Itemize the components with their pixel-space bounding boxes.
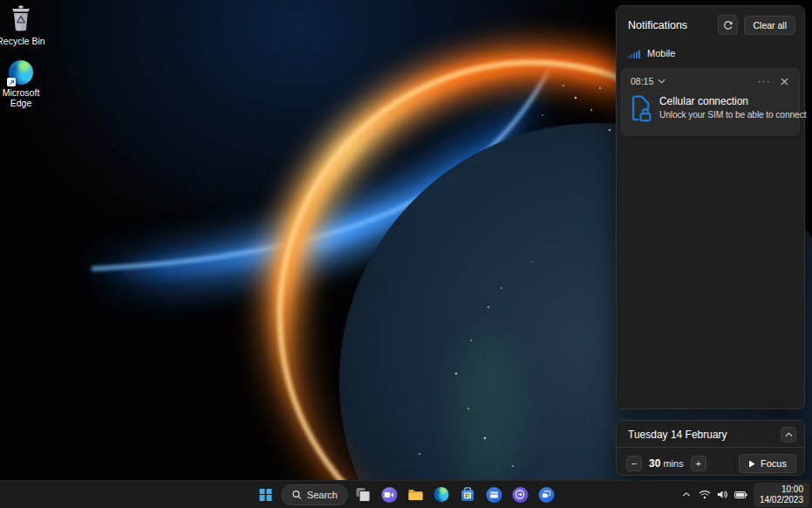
focus-decrease-button[interactable]: − xyxy=(626,456,642,471)
file-explorer-button[interactable] xyxy=(405,484,426,505)
focus-increase-button[interactable]: + xyxy=(691,456,706,471)
tray-time: 10:00 xyxy=(781,484,803,495)
taskbar: Search xyxy=(0,480,812,508)
calendar-collapse-button[interactable] xyxy=(781,427,796,443)
chat-video-icon xyxy=(381,487,397,503)
notifications-title: Notifications xyxy=(628,19,718,31)
system-tray: 10:00 14/02/2023 xyxy=(679,481,809,508)
notifications-header: Notifications Clear all xyxy=(617,6,804,42)
notification-time: 08:15 xyxy=(631,76,653,86)
windows-start-icon xyxy=(260,489,272,501)
notification-center-panel: Notifications Clear all Mobile 08:15 xyxy=(616,5,805,409)
play-icon xyxy=(748,460,755,468)
calendar-panel: Tuesday 14 February − 30 mins + Focus xyxy=(616,420,805,476)
tray-date: 14/02/2023 xyxy=(760,495,803,505)
recycle-bin-icon xyxy=(0,3,50,33)
edge-icon xyxy=(9,60,33,85)
notification-settings-icon xyxy=(723,20,734,31)
edge-button[interactable] xyxy=(431,484,453,505)
chevron-up-icon xyxy=(785,432,793,437)
desktop-icon-microsoft-edge[interactable]: Microsoft Edge xyxy=(0,55,50,108)
battery-button[interactable] xyxy=(734,486,749,504)
task-view-button[interactable] xyxy=(352,484,374,505)
focus-duration: 30 mins xyxy=(649,457,684,470)
focus-start-button[interactable]: Focus xyxy=(739,454,796,473)
network-button[interactable] xyxy=(697,486,713,504)
desktop-screen: Recycle Bin Microsoft Edge Notifications… xyxy=(0,0,812,508)
notification-body: Unlock your SIM to be able to connect xyxy=(659,110,795,120)
chevron-up-icon xyxy=(682,491,691,498)
calendar-date-label: Tuesday 14 February xyxy=(628,429,781,441)
pinned-app-button-1[interactable] xyxy=(483,484,505,505)
chevron-down-icon[interactable] xyxy=(658,79,665,84)
desktop-icon-label: Microsoft Edge xyxy=(0,87,50,108)
notification-title: Cellular connection xyxy=(659,95,795,107)
notification-card[interactable]: 08:15 ··· Cellular connection xyxy=(621,68,800,135)
battery-icon xyxy=(734,491,747,499)
clear-all-button[interactable]: Clear all xyxy=(744,16,795,35)
sim-lock-icon xyxy=(630,93,652,123)
window-app-icon xyxy=(486,487,502,503)
search-icon xyxy=(291,490,302,500)
notification-group-label: Mobile xyxy=(647,48,675,58)
desktop-icon-label: Recycle Bin xyxy=(0,36,50,46)
shortcut-arrow-icon xyxy=(7,78,16,86)
close-icon[interactable] xyxy=(779,78,790,86)
clock[interactable]: 10:00 14/02/2023 xyxy=(754,483,809,507)
pinned-app-button-2[interactable] xyxy=(509,484,531,505)
edge-icon xyxy=(434,487,449,502)
search-label: Search xyxy=(307,490,338,500)
notification-settings-button[interactable] xyxy=(718,15,738,35)
screens-app-icon xyxy=(538,487,554,503)
notification-group-header[interactable]: Mobile xyxy=(617,42,804,63)
arrow-circle-app-icon xyxy=(512,487,528,503)
desktop-icon-recycle-bin[interactable]: Recycle Bin xyxy=(0,3,50,46)
wifi-icon xyxy=(699,490,711,499)
microsoft-store-button[interactable] xyxy=(457,484,479,505)
search-box[interactable]: Search xyxy=(281,484,348,505)
task-view-icon xyxy=(356,488,370,502)
speaker-icon xyxy=(717,490,728,499)
hidden-icons-button[interactable] xyxy=(679,486,694,504)
pinned-app-button-3[interactable] xyxy=(536,484,557,505)
microsoft-store-icon xyxy=(461,487,475,502)
cellular-signal-icon xyxy=(628,49,641,58)
volume-button[interactable] xyxy=(715,486,731,504)
file-explorer-icon xyxy=(407,488,423,501)
more-options-icon[interactable]: ··· xyxy=(754,76,775,86)
chat-button[interactable] xyxy=(379,484,400,505)
start-button[interactable] xyxy=(255,484,276,505)
